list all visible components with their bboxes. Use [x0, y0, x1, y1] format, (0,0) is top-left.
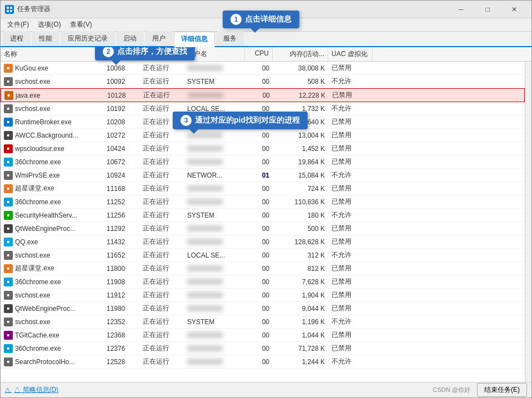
- table-row[interactable]: ■ wpscloudsur.exe 10424 正在运行 XXXXXXXX 00…: [1, 142, 525, 155]
- table-header: 名称 PID 状态 用户名 CPU 内存(活动... UAC 虚拟化: [1, 47, 531, 62]
- cell-uac: 已禁用: [328, 195, 373, 208]
- col-header-status[interactable]: 状态: [139, 47, 184, 61]
- col-header-cpu[interactable]: CPU: [245, 47, 273, 61]
- cell-mem: 312 K: [273, 250, 328, 261]
- cell-uac: 不允许: [328, 209, 373, 221]
- tab-users[interactable]: 用户: [145, 31, 173, 46]
- cell-cpu: 00: [245, 90, 273, 101]
- cell-pid: 11800: [103, 263, 139, 274]
- tab-startup[interactable]: 启动: [116, 31, 144, 46]
- table-row[interactable]: ■ QtWebEngineProc... 11980 正在运行 XXXXXXXX…: [1, 302, 525, 315]
- tab-performance[interactable]: 性能: [32, 31, 59, 46]
- cell-name: ■ java.exe: [1, 89, 104, 102]
- cell-name: ■ QtWebEngineProc...: [1, 303, 103, 315]
- table-row[interactable]: ■ svchost.exe 12352 正在运行 SYSTEM 00 1,196…: [1, 315, 525, 329]
- end-task-button[interactable]: 结束任务(E): [477, 383, 527, 397]
- table-row[interactable]: ■ QtWebEngineProc... 11292 正在运行 XXXXXXXX…: [1, 222, 525, 235]
- cell-pid: 10208: [103, 117, 139, 128]
- cell-name: ■ wpscloudsur.exe: [1, 143, 103, 155]
- maximize-button[interactable]: □: [475, 1, 500, 18]
- col-header-mem[interactable]: 内存(活动...: [273, 47, 328, 61]
- cell-mem: 7,628 K: [273, 276, 328, 288]
- cell-cpu: 00: [245, 263, 273, 274]
- col-header-pid[interactable]: PID: [103, 47, 139, 61]
- tab-services[interactable]: 服务: [216, 31, 244, 46]
- cell-uac: 不允许: [328, 355, 373, 368]
- cell-name: ■ 360chrome.exe: [1, 342, 103, 355]
- tab-app-history[interactable]: 应用历史记录: [61, 31, 115, 46]
- cell-mem: 500 K: [273, 223, 328, 234]
- menu-file[interactable]: 文件(F): [3, 19, 33, 31]
- cell-status: 正在运行: [139, 195, 184, 208]
- cell-name: ■ 超星课堂.exe: [1, 182, 103, 195]
- tab-processes[interactable]: 进程: [3, 31, 31, 46]
- table-row[interactable]: ■ svchost.exe 11652 正在运行 LOCAL SE... 00 …: [1, 249, 525, 262]
- svg-rect-3: [10, 10, 12, 12]
- table-row[interactable]: ■ AWCC.Background... 10272 正在运行 XXXXXXXX…: [1, 129, 525, 142]
- cell-cpu: 00: [245, 210, 273, 221]
- svg-rect-1: [10, 7, 12, 9]
- cell-status: 正在运行: [139, 262, 184, 275]
- cell-name: ■ svchost.exe: [1, 289, 103, 301]
- col-header-user[interactable]: 用户名: [184, 47, 245, 61]
- cell-uac: 不允许: [328, 249, 373, 261]
- table-row[interactable]: ■ 360chrome.exe 12376 正在运行 XXXXXXXX 00 7…: [1, 342, 525, 355]
- table-row[interactable]: ■ WmiPrvSE.exe 10924 正在运行 NETWOR... 01 1…: [1, 169, 525, 182]
- table-row[interactable]: ■ java.exe 10128 正在运行 XXXXXXXX 00 12,228…: [1, 88, 525, 102]
- table-row[interactable]: ■ TGitCache.exe 12368 正在运行 XXXXXXXX 00 1…: [1, 329, 525, 342]
- cell-mem: 1,452 K: [273, 143, 328, 154]
- cell-cpu: 00: [245, 276, 273, 288]
- cell-cpu: 01: [245, 170, 273, 181]
- cell-user: XXXXXXXX: [184, 183, 245, 194]
- cell-mem: 1,732 K: [273, 103, 328, 114]
- minimize-button[interactable]: ─: [448, 1, 474, 18]
- cell-mem: 15,084 K: [273, 170, 328, 181]
- cell-pid: 10068: [103, 63, 139, 74]
- scrollbar[interactable]: [525, 62, 531, 382]
- table-row[interactable]: ■ SearchProtocolHo... 12528 正在运行 XXXXXXX…: [1, 355, 525, 369]
- cell-mem: 38,008 K: [273, 63, 328, 74]
- cell-status: 正在运行: [139, 115, 184, 128]
- table-row[interactable]: ■ 360chrome.exe 10672 正在运行 XXXXXXXX 00 1…: [1, 155, 525, 169]
- tab-details[interactable]: 详细信息: [174, 32, 215, 47]
- cell-mem: 128,628 K: [273, 236, 328, 248]
- col-header-uac[interactable]: UAC 虚拟化: [328, 47, 373, 61]
- table-row[interactable]: ■ KuGou.exe 10068 正在运行 XXXXXXXX 00 38,00…: [1, 62, 525, 75]
- table-body[interactable]: ■ KuGou.exe 10068 正在运行 XXXXXXXX 00 38,00…: [1, 62, 525, 382]
- table-row[interactable]: ■ svchost.exe 10192 正在运行 LOCAL SE... 00 …: [1, 102, 525, 115]
- col-header-name[interactable]: 名称: [1, 47, 103, 61]
- brief-info-link[interactable]: △ △ 简略信息(D): [5, 385, 58, 395]
- menu-options[interactable]: 选项(O): [33, 19, 65, 31]
- cell-uac: 不允许: [328, 102, 373, 115]
- table-row[interactable]: ■ 360chrome.exe 11252 正在运行 XXXXXXXX 00 1…: [1, 195, 525, 209]
- cell-uac: 已禁用: [328, 235, 373, 248]
- cell-name: ■ WmiPrvSE.exe: [1, 169, 103, 182]
- menu-view[interactable]: 查看(V): [66, 19, 97, 31]
- table-row[interactable]: ■ 超星课堂.exe 11800 正在运行 XXXXXXXX 00 812 K …: [1, 262, 525, 275]
- svg-rect-2: [7, 10, 9, 12]
- cell-cpu: 00: [245, 183, 273, 194]
- cell-name: ■ 360chrome.exe: [1, 276, 103, 288]
- table-row[interactable]: ■ SecurityHealthServ... 11256 正在运行 SYSTE…: [1, 209, 525, 222]
- table-row[interactable]: ■ svchost.exe 11912 正在运行 XXXXXXXX 00 1,9…: [1, 289, 525, 302]
- table-row[interactable]: ■ 超星课堂.exe 11168 正在运行 XXXXXXXX 00 724 K …: [1, 182, 525, 195]
- header-tooltip-area: 名称 PID 状态 用户名 CPU 内存(活动... UAC 虚拟化 2 点击排…: [1, 47, 531, 62]
- cell-pid: 10092: [103, 76, 139, 87]
- table-row[interactable]: ■ 360chrome.exe 11908 正在运行 XXXXXXXX 00 7…: [1, 275, 525, 289]
- cell-uac: 不允许: [328, 75, 373, 88]
- cell-user: XXXXXXXX: [184, 143, 245, 154]
- cell-user: XXXXXXXX: [184, 263, 245, 274]
- close-button[interactable]: ✕: [501, 1, 527, 18]
- cell-user: LOCAL SE...: [184, 250, 245, 261]
- cell-cpu: 00: [245, 290, 273, 301]
- cell-uac: 已禁用: [328, 329, 373, 341]
- cell-status: 正在运行: [139, 329, 184, 341]
- cell-uac: 已禁用: [328, 342, 373, 355]
- cell-pid: 11252: [103, 197, 139, 208]
- cell-pid: 10272: [103, 130, 139, 141]
- table-row[interactable]: ■ QQ.exe 11432 正在运行 XXXXXXXX 00 128,628 …: [1, 235, 525, 249]
- cell-user: XXXXXXXX: [184, 197, 245, 208]
- brief-info-text[interactable]: △ 简略信息(D): [14, 386, 58, 394]
- table-row[interactable]: ■ svchost.exe 10092 正在运行 SYSTEM 00 508 K…: [1, 75, 525, 88]
- table-row[interactable]: ■ RuntimeBroker.exe 10208 正在运行 XXXXXXXX …: [1, 115, 525, 129]
